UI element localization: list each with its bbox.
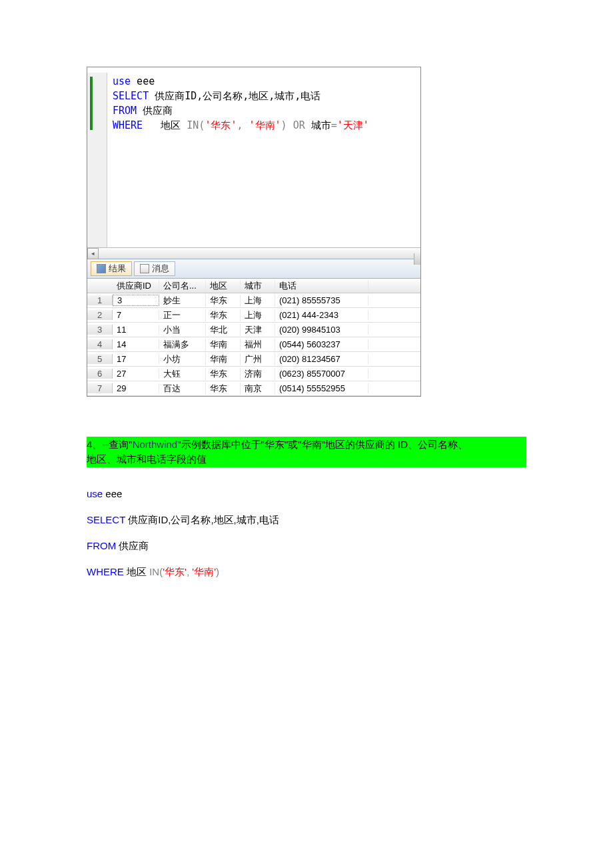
results-tabs: 结果 消息 bbox=[87, 259, 420, 279]
paren-close: ) bbox=[216, 566, 219, 577]
row-number[interactable]: 4 bbox=[87, 339, 113, 349]
col-header[interactable]: 电话 bbox=[275, 280, 368, 292]
table-cell[interactable]: (020) 81234567 bbox=[275, 354, 368, 364]
table-cell[interactable]: 29 bbox=[113, 383, 159, 393]
select-columns: 供应商ID,公司名称,地区,城市,电话 bbox=[149, 90, 320, 102]
table-cell[interactable]: 华东 bbox=[206, 295, 241, 307]
answer-line-from: FROM 供应商 bbox=[87, 533, 526, 559]
table-cell[interactable]: 华东 bbox=[206, 309, 241, 321]
keyword-from: FROM bbox=[113, 105, 137, 117]
table-cell[interactable]: 妙生 bbox=[159, 295, 206, 307]
table-cell[interactable]: 上海 bbox=[241, 295, 275, 307]
table-cell[interactable]: 小坊 bbox=[159, 353, 206, 365]
table-cell[interactable]: 上海 bbox=[241, 309, 275, 321]
tab-messages[interactable]: 消息 bbox=[134, 261, 175, 276]
table-cell[interactable]: 天津 bbox=[241, 324, 275, 336]
tab-messages-label: 消息 bbox=[152, 263, 169, 275]
table-row[interactable]: 27正一华东上海(021) 444-2343 bbox=[87, 308, 420, 323]
table-cell[interactable]: 华南 bbox=[206, 353, 241, 365]
horizontal-scrollbar[interactable]: ◂ bbox=[87, 247, 420, 259]
table-cell[interactable]: 福满多 bbox=[159, 339, 206, 351]
table-row[interactable]: 627大钰华东济南(0623) 85570007 bbox=[87, 367, 420, 381]
from-table: 供应商 bbox=[137, 105, 173, 117]
kw-select: SELECT bbox=[87, 514, 125, 525]
row-number[interactable]: 2 bbox=[87, 310, 113, 320]
table-cell[interactable]: 大钰 bbox=[159, 368, 206, 380]
table-cell[interactable]: 华北 bbox=[206, 324, 241, 336]
answer-line-select: SELECT 供应商ID,公司名称,地区,城市,电话 bbox=[87, 507, 526, 533]
row-number[interactable]: 5 bbox=[87, 354, 113, 364]
table-cell[interactable]: 正一 bbox=[159, 309, 206, 321]
question-4: 4、--查询"Northwind"示例数据库中位于"华东"或"华南"地区的供应商… bbox=[87, 437, 526, 467]
comma: , bbox=[237, 119, 249, 131]
db-name: eee bbox=[131, 75, 155, 87]
scroll-left-button[interactable]: ◂ bbox=[87, 248, 99, 259]
question-number: 4、 bbox=[87, 439, 102, 450]
answer-line-use: use eee bbox=[87, 481, 526, 507]
northwind-word: Northwind bbox=[133, 439, 178, 450]
col-header[interactable]: 城市 bbox=[241, 280, 275, 292]
kw-use: use bbox=[87, 488, 103, 499]
str1: '华东' bbox=[163, 566, 187, 577]
sql-comment-dashes: -- bbox=[102, 439, 109, 450]
table-cell[interactable]: 广州 bbox=[241, 353, 275, 365]
use-arg: eee bbox=[103, 488, 122, 499]
table-cell[interactable]: 济南 bbox=[241, 368, 275, 380]
table-row[interactable]: 517小坊华南广州(020) 81234567 bbox=[87, 352, 420, 367]
kw-from: FROM bbox=[87, 540, 116, 551]
table-cell[interactable]: 福州 bbox=[241, 339, 275, 351]
table-row[interactable]: 13妙生华东上海(021) 85555735 bbox=[87, 293, 420, 308]
table-cell[interactable]: 百达 bbox=[159, 383, 206, 395]
table-row[interactable]: 414福满多华南福州(0544) 5603237 bbox=[87, 337, 420, 352]
table-row[interactable]: 729百达华东南京(0514) 55552955 bbox=[87, 381, 420, 396]
table-cell[interactable]: (0544) 5603237 bbox=[275, 339, 368, 349]
table-cell[interactable]: 3 bbox=[113, 295, 159, 306]
table-cell[interactable]: (021) 85555735 bbox=[275, 295, 368, 305]
tab-results[interactable]: 结果 bbox=[91, 261, 132, 276]
col-header[interactable]: 地区 bbox=[206, 280, 241, 292]
from-tbl: 供应商 bbox=[116, 540, 149, 551]
row-number[interactable]: 6 bbox=[87, 369, 113, 379]
table-cell[interactable]: 南京 bbox=[241, 383, 275, 395]
row-number[interactable]: 3 bbox=[87, 325, 113, 335]
table-cell[interactable]: 华东 bbox=[206, 383, 241, 395]
city-column: 城市 bbox=[305, 119, 331, 131]
table-cell[interactable]: 小当 bbox=[159, 324, 206, 336]
row-number[interactable]: 7 bbox=[87, 383, 113, 393]
table-cell[interactable]: 17 bbox=[113, 354, 159, 364]
table-cell[interactable]: 华东 bbox=[206, 368, 241, 380]
string-huadong: '华东' bbox=[205, 119, 237, 131]
scroll-thumb[interactable] bbox=[414, 253, 420, 265]
table-cell[interactable]: (0623) 85570007 bbox=[275, 369, 368, 379]
table-cell[interactable]: (021) 444-2343 bbox=[275, 310, 368, 320]
table-cell[interactable]: 华南 bbox=[206, 339, 241, 351]
line-gutter bbox=[87, 73, 107, 247]
code-editor: use eee SELECT 供应商ID,公司名称,地区,城市,电话 FROM … bbox=[87, 67, 420, 247]
keyword-in: IN bbox=[187, 119, 199, 131]
kw-where: WHERE bbox=[87, 566, 124, 577]
table-cell[interactable]: 7 bbox=[113, 310, 159, 320]
select-cols: 供应商ID,公司名称,地区,城市,电话 bbox=[125, 514, 279, 525]
keyword-use: use bbox=[113, 75, 131, 87]
str2: '华南' bbox=[192, 566, 216, 577]
table-row[interactable]: 311小当华北天津(020) 99845103 bbox=[87, 323, 420, 337]
results-grid: 供应商ID 公司名... 地区 城市 电话 13妙生华东上海(021) 8555… bbox=[87, 279, 420, 396]
table-cell[interactable]: 14 bbox=[113, 339, 159, 349]
table-cell[interactable]: 11 bbox=[113, 325, 159, 335]
keyword-select: SELECT bbox=[113, 90, 149, 102]
question-line2: 地区、城市和电话字段的值 bbox=[87, 453, 207, 465]
table-cell[interactable]: 27 bbox=[113, 369, 159, 379]
paren-close: ) bbox=[281, 119, 293, 131]
table-cell[interactable]: (0514) 55552955 bbox=[275, 383, 368, 393]
answer-code: use eee SELECT 供应商ID,公司名称,地区,城市,电话 FROM … bbox=[87, 481, 526, 585]
grid-header-row: 供应商ID 公司名... 地区 城市 电话 bbox=[87, 279, 420, 293]
row-number[interactable]: 1 bbox=[87, 295, 113, 305]
table-cell[interactable]: (020) 99845103 bbox=[275, 325, 368, 335]
col-header[interactable]: 供应商ID bbox=[113, 280, 159, 292]
keyword-or: OR bbox=[293, 119, 305, 131]
answer-line-where: WHERE 地区 IN('华东', '华南') bbox=[87, 559, 526, 585]
string-tianjin: '天津' bbox=[337, 119, 369, 131]
question-text: 查询" bbox=[109, 439, 132, 450]
col-header[interactable]: 公司名... bbox=[159, 280, 206, 292]
where-column: 地区 bbox=[143, 119, 187, 131]
